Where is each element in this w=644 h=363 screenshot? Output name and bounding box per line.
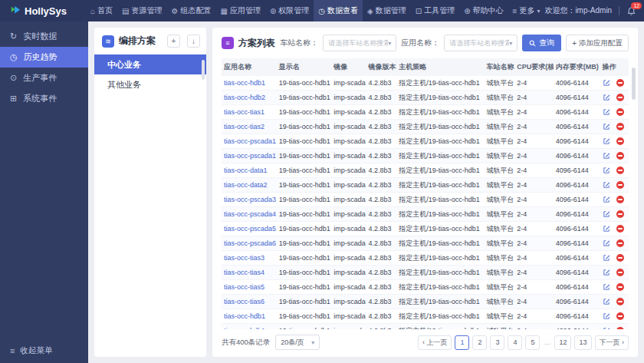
disable-icon[interactable]	[616, 94, 624, 101]
disable-icon[interactable]	[616, 137, 624, 145]
disable-icon[interactable]	[616, 181, 624, 189]
pagination-page[interactable]: 2	[472, 335, 487, 350]
disable-icon[interactable]	[616, 327, 624, 329]
nav-item[interactable]: ⚙ 组态配置 ▾	[167, 0, 216, 21]
edit-icon[interactable]	[603, 239, 610, 247]
pagination-page[interactable]: 1	[455, 335, 469, 350]
disable-icon[interactable]	[616, 312, 624, 320]
edit-icon[interactable]	[603, 152, 610, 160]
edit-icon[interactable]	[603, 167, 610, 174]
cell-app-name[interactable]: tias-occ-hdb1	[222, 309, 277, 324]
nav-item[interactable]: ▦ 应用管理 ▾	[215, 0, 264, 21]
cell-image: imp-scada	[331, 134, 366, 149]
disable-icon[interactable]	[616, 283, 624, 291]
cell-display-name: 19-tias-occ-hdb1	[277, 207, 332, 222]
cell-host-policy: 指定主机/19-tias-occ-hdb1	[396, 76, 484, 91]
cell-display-name: 19-tias-occ-hdb1	[277, 149, 332, 163]
cell-app-name[interactable]: tias-occ-hdb2	[222, 91, 277, 105]
plan-item[interactable]: 其他业务	[94, 74, 206, 94]
cell-display-name: 19-tias-occ-hdb1	[277, 280, 332, 295]
edit-icon[interactable]	[603, 312, 610, 320]
add-app-config-button[interactable]: + 添加应用配置	[566, 35, 629, 51]
plan-item[interactable]: 中心业务	[94, 54, 206, 74]
edit-icon[interactable]	[603, 210, 610, 218]
cell-app-name[interactable]: tias-occ-tias6	[222, 295, 277, 309]
disable-icon[interactable]	[616, 152, 624, 160]
plan-scrollbar[interactable]	[202, 60, 205, 80]
cell-cpu: 2-4	[514, 251, 553, 266]
pagination-page[interactable]: 13	[574, 335, 591, 350]
edit-icon[interactable]	[603, 181, 610, 189]
table-scrollbar[interactable]	[632, 68, 636, 100]
cell-app-name[interactable]: tias-occ-data1	[222, 163, 277, 178]
pagination-prev[interactable]: ‹ 上一页	[418, 335, 452, 350]
pagination: ‹ 上一页 12345…1213 下一页 ›	[418, 335, 629, 350]
edit-icon[interactable]	[603, 283, 610, 291]
edit-icon[interactable]	[603, 254, 610, 262]
edit-icon[interactable]	[603, 269, 610, 276]
cell-app-name[interactable]: tias-occ-tias4	[222, 266, 277, 280]
cell-app-name[interactable]: tias-occ-pscada4	[222, 207, 277, 222]
nav-item[interactable]: ⊛ 权限管理 ▾	[265, 0, 314, 21]
nav-item[interactable]: ⊕ 帮助中心 ▾	[459, 0, 508, 21]
app-filter-select[interactable]: 请选择车站名称搜索 ▾	[444, 35, 518, 51]
add-plan-button[interactable]: +	[167, 35, 180, 48]
disable-icon[interactable]	[616, 210, 624, 218]
nav-item[interactable]: ⌂ 首页 ▾	[86, 0, 117, 21]
disable-icon[interactable]	[616, 269, 624, 276]
cell-app-name[interactable]: tias-occ-hdb1	[222, 324, 277, 330]
disable-icon[interactable]	[616, 79, 624, 87]
nav-item[interactable]: ≡ 更多 ▾	[508, 0, 545, 21]
edit-icon[interactable]	[603, 94, 610, 101]
pagination-page[interactable]: 3	[490, 335, 504, 350]
cell-image-version: 4.2.8b3	[366, 178, 396, 193]
nav-item[interactable]: ◈ 数据管理 ▾	[363, 0, 411, 21]
page-size-select[interactable]: 20条/页 ▾	[275, 335, 320, 350]
cell-host-policy: 指定主机/19-tias-occ-hdb1	[396, 236, 484, 251]
disable-icon[interactable]	[616, 108, 624, 116]
disable-icon[interactable]	[616, 196, 624, 203]
pagination-page[interactable]: 5	[525, 335, 540, 350]
pagination-next[interactable]: 下一页 ›	[595, 335, 629, 350]
disable-icon[interactable]	[616, 298, 624, 305]
sidebar-item[interactable]: ⊙ 生产事件	[0, 68, 88, 88]
cell-app-name[interactable]: tias-occ-tias5	[222, 280, 277, 295]
cell-app-name[interactable]: tias-occ-pscada3	[222, 193, 277, 207]
cell-app-name[interactable]: tias-occ-tias2	[222, 120, 277, 134]
edit-icon[interactable]	[603, 196, 610, 203]
sidebar-item[interactable]: ↻ 实时数据	[0, 26, 88, 47]
edit-icon[interactable]	[603, 137, 610, 145]
edit-icon[interactable]	[603, 225, 610, 233]
edit-icon[interactable]	[603, 79, 610, 87]
cell-display-name: 19-tias-occ-hdb1	[277, 309, 332, 324]
nav-item[interactable]: ◷ 数据查看 ▾	[314, 0, 363, 21]
sidebar-item[interactable]: ◷ 历史趋势	[0, 47, 88, 68]
collapse-menu-button[interactable]: ≡ 收起菜单	[0, 338, 88, 363]
edit-icon[interactable]	[603, 108, 610, 116]
edit-icon[interactable]	[603, 123, 610, 130]
cell-app-name[interactable]: tias-occ-tias3	[222, 251, 277, 266]
station-filter-select[interactable]: 请选择车站名称搜索 ▾	[323, 35, 396, 51]
disable-icon[interactable]	[616, 254, 624, 262]
notifications-bell-icon[interactable]: 12	[626, 6, 636, 16]
pagination-page[interactable]: 12	[554, 335, 571, 350]
cell-app-name[interactable]: tias-occ-hdb1	[222, 76, 277, 91]
cell-app-name[interactable]: tias-occ-pscada5	[222, 222, 277, 236]
nav-item[interactable]: ▤ 资源管理 ▾	[117, 0, 166, 21]
cell-app-name[interactable]: tias-occ-data2	[222, 178, 277, 193]
query-button[interactable]: 查询	[522, 35, 561, 51]
cell-image: imp-scada	[331, 76, 366, 91]
disable-icon[interactable]	[616, 225, 624, 233]
edit-icon[interactable]	[603, 298, 610, 305]
pagination-page[interactable]: 4	[508, 335, 522, 350]
cell-app-name[interactable]: tias-occ-pscada6	[222, 236, 277, 251]
nav-item[interactable]: ⊡ 工具管理 ▾	[411, 0, 459, 21]
disable-icon[interactable]	[616, 239, 624, 247]
sidebar-item[interactable]: ⊞ 系统事件	[0, 88, 88, 109]
cell-app-name[interactable]: tias-occ-tias1	[222, 105, 277, 120]
cell-app-name[interactable]: tias-occ-pscada1	[222, 149, 277, 163]
disable-icon[interactable]	[616, 123, 624, 130]
cell-app-name[interactable]: tias-occ-pscada1	[222, 134, 277, 149]
import-plan-button[interactable]: ↓	[187, 35, 200, 48]
disable-icon[interactable]	[616, 167, 624, 174]
